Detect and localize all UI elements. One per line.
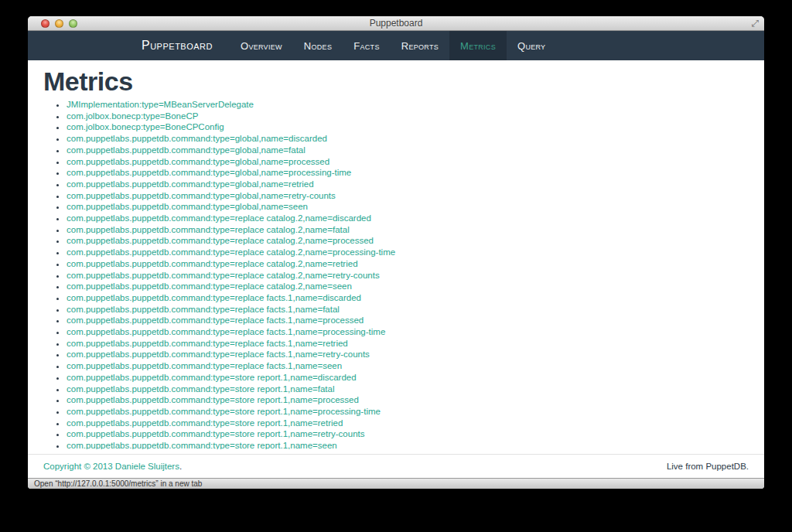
metric-link[interactable]: com.puppetlabs.puppetdb.command:type=rep… bbox=[67, 281, 352, 291]
metric-list-item: com.puppetlabs.puppetdb.command:type=rep… bbox=[67, 315, 749, 326]
metric-link[interactable]: com.puppetlabs.puppetdb.command:type=sto… bbox=[67, 384, 335, 394]
nav-item-facts[interactable]: Facts bbox=[343, 31, 390, 60]
metric-list-item: com.puppetlabs.puppetdb.command:type=rep… bbox=[67, 338, 749, 350]
metric-list-item: com.puppetlabs.puppetdb.command:type=sto… bbox=[67, 406, 749, 418]
metric-link[interactable]: com.puppetlabs.puppetdb.command:type=sto… bbox=[67, 418, 343, 428]
navbar-menu: OverviewNodesFactsReportsMetricsQuery bbox=[230, 31, 556, 60]
live-from-puppetdb-text: Live from PuppetDB. bbox=[667, 462, 749, 471]
metric-list-item: com.puppetlabs.puppetdb.command:type=rep… bbox=[67, 349, 749, 360]
browser-status-bar: Open “http://127.0.0.1:5000/metrics” in … bbox=[28, 478, 764, 489]
metric-link[interactable]: com.puppetlabs.puppetdb.command:type=rep… bbox=[67, 225, 350, 234]
copyright-text: Copyright © 2013 Daniele Sluijters. bbox=[43, 462, 182, 471]
metric-link[interactable]: com.jolbox.bonecp:type=BoneCPConfig bbox=[67, 122, 224, 131]
copyright-suffix: . bbox=[179, 462, 182, 471]
metrics-list: JMImplementation:type=MBeanServerDelegat… bbox=[43, 99, 749, 449]
metric-list-item: com.jolbox.bonecp:type=BoneCPConfig bbox=[67, 121, 749, 133]
metric-list-item: com.puppetlabs.puppetdb.command:type=rep… bbox=[67, 270, 749, 281]
metric-link[interactable]: com.puppetlabs.puppetdb.command:type=rep… bbox=[67, 247, 395, 257]
metric-link[interactable]: com.puppetlabs.puppetdb.command:type=sto… bbox=[67, 441, 337, 449]
metric-list-item: JMImplementation:type=MBeanServerDelegat… bbox=[67, 99, 749, 111]
metric-list-item: com.puppetlabs.puppetdb.command:type=rep… bbox=[67, 247, 749, 258]
zoom-button[interactable] bbox=[69, 19, 77, 28]
metric-list-item: com.puppetlabs.puppetdb.command:type=glo… bbox=[67, 190, 749, 202]
metric-link[interactable]: com.puppetlabs.puppetdb.command:type=glo… bbox=[67, 145, 306, 155]
metric-link[interactable]: com.puppetlabs.puppetdb.command:type=rep… bbox=[67, 293, 361, 302]
metric-link[interactable]: com.puppetlabs.puppetdb.command:type=rep… bbox=[67, 259, 358, 268]
metric-list-item: com.puppetlabs.puppetdb.command:type=sto… bbox=[67, 418, 749, 429]
metric-list-item: com.puppetlabs.puppetdb.command:type=rep… bbox=[67, 224, 749, 236]
metric-link[interactable]: JMImplementation:type=MBeanServerDelegat… bbox=[67, 100, 254, 109]
copyright-link[interactable]: Copyright © 2013 Daniele Sluijters bbox=[43, 462, 179, 471]
nav-item-reports[interactable]: Reports bbox=[391, 31, 449, 60]
metric-link[interactable]: com.puppetlabs.puppetdb.command:type=rep… bbox=[67, 327, 385, 336]
metric-list-item: com.puppetlabs.puppetdb.command:type=glo… bbox=[67, 133, 749, 145]
app-window: Puppetboard ⤢ Puppetboard OverviewNodesF… bbox=[28, 16, 764, 489]
metric-list-item: com.puppetlabs.puppetdb.command:type=sto… bbox=[67, 440, 749, 449]
metric-link[interactable]: com.puppetlabs.puppetdb.command:type=rep… bbox=[67, 271, 380, 280]
metric-link[interactable]: com.puppetlabs.puppetdb.command:type=rep… bbox=[67, 236, 374, 245]
metric-list-item: com.puppetlabs.puppetdb.command:type=glo… bbox=[67, 201, 749, 213]
metric-link[interactable]: com.puppetlabs.puppetdb.command:type=sto… bbox=[67, 373, 357, 382]
metric-link[interactable]: com.puppetlabs.puppetdb.command:type=rep… bbox=[67, 213, 371, 223]
metric-list-item: com.jolbox.bonecp:type=BoneCP bbox=[67, 111, 749, 122]
metric-link[interactable]: com.puppetlabs.puppetdb.command:type=rep… bbox=[67, 305, 340, 314]
metric-list-item: com.puppetlabs.puppetdb.command:type=rep… bbox=[67, 258, 749, 270]
close-button[interactable] bbox=[41, 19, 50, 28]
metric-list-item: com.puppetlabs.puppetdb.command:type=glo… bbox=[67, 156, 749, 168]
page-title: Metrics bbox=[43, 67, 749, 95]
metric-link[interactable]: com.puppetlabs.puppetdb.command:type=rep… bbox=[67, 350, 370, 359]
page-footer: Copyright © 2013 Daniele Sluijters. Live… bbox=[28, 455, 764, 478]
metric-list-item: com.puppetlabs.puppetdb.command:type=glo… bbox=[67, 179, 749, 190]
minimize-button[interactable] bbox=[55, 19, 63, 28]
metric-link[interactable]: com.puppetlabs.puppetdb.command:type=glo… bbox=[67, 157, 329, 166]
metric-link[interactable]: com.puppetlabs.puppetdb.command:type=glo… bbox=[67, 202, 308, 211]
metric-list-item: com.puppetlabs.puppetdb.command:type=sto… bbox=[67, 372, 749, 384]
window-title: Puppetboard bbox=[28, 16, 764, 31]
metric-link[interactable]: com.jolbox.bonecp:type=BoneCP bbox=[67, 111, 198, 121]
page-main: Metrics JMImplementation:type=MBeanServe… bbox=[28, 60, 764, 478]
metric-link[interactable]: com.puppetlabs.puppetdb.command:type=glo… bbox=[67, 191, 336, 200]
metric-list-item: com.puppetlabs.puppetdb.command:type=rep… bbox=[67, 360, 749, 372]
metric-list-item: com.puppetlabs.puppetdb.command:type=rep… bbox=[67, 281, 749, 292]
metric-link[interactable]: com.puppetlabs.puppetdb.command:type=sto… bbox=[67, 407, 381, 416]
nav-item-nodes[interactable]: Nodes bbox=[293, 31, 343, 60]
metric-list-item: com.puppetlabs.puppetdb.command:type=rep… bbox=[67, 304, 749, 315]
metric-list-item: com.puppetlabs.puppetdb.command:type=sto… bbox=[67, 384, 749, 395]
window-controls bbox=[28, 19, 77, 28]
window-titlebar: Puppetboard ⤢ bbox=[28, 16, 764, 31]
status-bar-text: Open “http://127.0.0.1:5000/metrics” in … bbox=[34, 479, 202, 488]
metric-list-item: com.puppetlabs.puppetdb.command:type=glo… bbox=[67, 145, 749, 156]
metric-link[interactable]: com.puppetlabs.puppetdb.command:type=sto… bbox=[67, 429, 364, 438]
metric-list-item: com.puppetlabs.puppetdb.command:type=rep… bbox=[67, 235, 749, 247]
navbar-brand[interactable]: Puppetboard bbox=[142, 31, 213, 60]
metric-link[interactable]: com.puppetlabs.puppetdb.command:type=rep… bbox=[67, 361, 342, 370]
nav-item-overview[interactable]: Overview bbox=[230, 31, 293, 60]
metric-list-item: com.puppetlabs.puppetdb.command:type=rep… bbox=[67, 213, 749, 224]
metric-link[interactable]: com.puppetlabs.puppetdb.command:type=glo… bbox=[67, 179, 314, 189]
navbar: Puppetboard OverviewNodesFactsReportsMet… bbox=[28, 31, 764, 60]
metric-list-item: com.puppetlabs.puppetdb.command:type=rep… bbox=[67, 292, 749, 304]
metric-list-item: com.puppetlabs.puppetdb.command:type=sto… bbox=[67, 428, 749, 440]
page-content: Metrics JMImplementation:type=MBeanServe… bbox=[28, 60, 764, 449]
metric-link[interactable]: com.puppetlabs.puppetdb.command:type=glo… bbox=[67, 134, 327, 143]
metric-link[interactable]: com.puppetlabs.puppetdb.command:type=rep… bbox=[67, 339, 348, 348]
metric-link[interactable]: com.puppetlabs.puppetdb.command:type=rep… bbox=[67, 315, 364, 325]
nav-item-query[interactable]: Query bbox=[507, 31, 556, 60]
metric-list-item: com.puppetlabs.puppetdb.command:type=sto… bbox=[67, 394, 749, 406]
metric-list-item: com.puppetlabs.puppetdb.command:type=rep… bbox=[67, 326, 749, 338]
metric-link[interactable]: com.puppetlabs.puppetdb.command:type=glo… bbox=[67, 168, 351, 177]
metric-link[interactable]: com.puppetlabs.puppetdb.command:type=sto… bbox=[67, 395, 359, 404]
fullscreen-icon[interactable]: ⤢ bbox=[751, 16, 759, 31]
metric-list-item: com.puppetlabs.puppetdb.command:type=glo… bbox=[67, 167, 749, 179]
nav-item-metrics[interactable]: Metrics bbox=[449, 31, 507, 60]
